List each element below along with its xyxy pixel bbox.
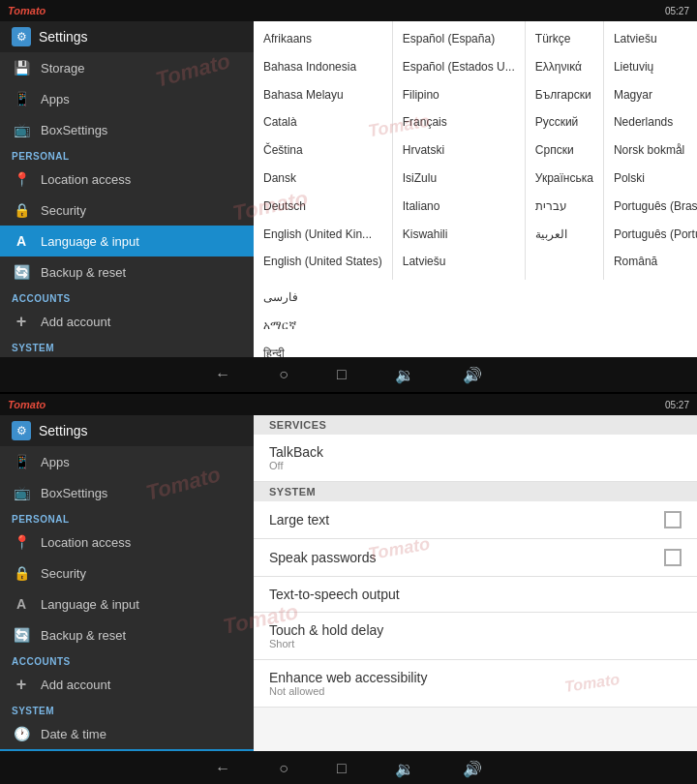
lang-col-3: Türkçe Ελληνικά Български Русский Српски… xyxy=(526,21,604,280)
lang-romana[interactable]: Română xyxy=(604,248,697,276)
acc-item-tts[interactable]: Text-to-speech output xyxy=(254,577,697,613)
touchhold-title: Touch & hold delay xyxy=(269,622,383,638)
addaccount2-label: Add account xyxy=(41,678,110,692)
lang-catala[interactable]: Català xyxy=(254,108,392,136)
backup2-label: Backup & reset xyxy=(41,628,126,643)
sidebar-item-boxsettings[interactable]: 📺 BoxSettings xyxy=(0,114,254,145)
touchhold-sub: Short xyxy=(269,638,383,649)
nav-back-bottom[interactable]: ← xyxy=(215,760,230,777)
sidebar-item-addaccount2[interactable]: + Add account xyxy=(0,669,254,700)
sidebar-item-language[interactable]: A Language & input xyxy=(0,226,254,256)
lang-cestina[interactable]: Čeština xyxy=(254,136,392,165)
acc-item-touchhold[interactable]: Touch & hold delay Short xyxy=(254,613,697,660)
sidebar-item-backup2[interactable]: 🔄 Backup & reset xyxy=(0,619,254,650)
sidebar-item-datetime2[interactable]: 🕐 Date & time xyxy=(0,718,254,749)
sidebar-item-apps2[interactable]: 📱 Apps xyxy=(0,446,254,477)
lang-english-uk[interactable]: English (United Kin... xyxy=(254,221,392,249)
boxsettings2-label: BoxSettings xyxy=(41,486,107,500)
lang-hebrew[interactable]: עברית xyxy=(526,193,603,221)
settings-icon: ⚙ xyxy=(12,27,31,46)
lang-lietuvu[interactable]: Lietuvių xyxy=(604,53,697,81)
sidebar-item-language2[interactable]: A Language & input xyxy=(0,588,254,619)
acc-item-talkback[interactable]: TalkBack Off xyxy=(254,435,697,482)
largetext-checkbox[interactable] xyxy=(664,511,682,528)
sidebar-item-security2[interactable]: 🔒 Security xyxy=(0,558,254,588)
personal-section-label-b: PERSONAL xyxy=(0,508,254,527)
sidebar-item-storage[interactable]: 💾 Storage xyxy=(0,52,254,83)
storage-icon: 💾 xyxy=(12,58,31,77)
sidebar-item-location[interactable]: 📍 Location access xyxy=(0,164,254,195)
language-panel: Afrikaans Bahasa Indonesia Bahasa Melayu… xyxy=(254,21,697,392)
location2-label: Location access xyxy=(41,535,131,550)
sidebar-item-addaccount[interactable]: + Add account xyxy=(0,306,254,337)
lang-bahasa-melayu[interactable]: Bahasa Melayu xyxy=(254,81,392,109)
nav-back-top[interactable]: ← xyxy=(215,366,230,383)
nav-recents-top[interactable]: □ xyxy=(337,366,347,383)
lang-francais[interactable]: Français xyxy=(393,108,525,136)
settings-icon-bottom: ⚙ xyxy=(12,421,31,440)
lang-portuguese-brazil[interactable]: Português (Brasi... xyxy=(604,193,697,221)
nav-home-top[interactable]: ○ xyxy=(279,366,288,383)
lang-latviesu2[interactable]: Latviešu xyxy=(393,248,525,276)
enhanceweb-title: Enhance web accessibility xyxy=(269,670,427,685)
lang-portuguese-portugal[interactable]: Português (Portu... xyxy=(604,221,697,249)
lang-greek[interactable]: Ελληνικά xyxy=(526,53,603,81)
status-time: 05:27 xyxy=(665,6,689,16)
services-section-label: SERVICES xyxy=(254,415,697,435)
lang-afrikaans[interactable]: Afrikaans xyxy=(254,25,392,53)
top-sidebar: ⚙ Settings 💾 Storage 📱 Apps 📺 BoxSetting… xyxy=(0,0,254,392)
nav-volup-bottom[interactable]: 🔊 xyxy=(463,760,482,778)
accounts-section-label: ACCOUNTS xyxy=(0,287,254,306)
backup2-icon: 🔄 xyxy=(12,625,31,645)
nav-recents-bottom[interactable]: □ xyxy=(337,760,347,777)
lang-hrvatski[interactable]: Hrvatski xyxy=(393,136,525,165)
acc-item-enhanceweb[interactable]: Enhance web accessibility Not allowed xyxy=(254,660,697,708)
lang-russian[interactable]: Русский xyxy=(526,108,603,136)
lang-arabic[interactable]: العربية xyxy=(526,221,603,249)
nav-home-bottom[interactable]: ○ xyxy=(279,760,288,777)
lang-polski[interactable]: Polski xyxy=(604,165,697,193)
lang-bahasa-indonesia[interactable]: Bahasa Indonesia xyxy=(254,53,392,81)
sidebar-item-location2[interactable]: 📍 Location access xyxy=(0,527,254,558)
lang-turkce[interactable]: Türkçe xyxy=(526,25,603,53)
lang-filipino[interactable]: Filipino xyxy=(393,81,525,109)
lang-col-2: Español (España) Español (Estados U... F… xyxy=(393,21,526,280)
nav-voldown-bottom[interactable]: 🔉 xyxy=(395,760,414,778)
bottom-content: ⚙ Settings 📱 Apps 📺 BoxSettings PERSONAL… xyxy=(0,394,697,784)
sidebar-item-backup[interactable]: 🔄 Backup & reset xyxy=(0,256,254,287)
datetime2-icon: 🕐 xyxy=(12,724,31,743)
lang-nederlands[interactable]: Nederlands xyxy=(604,108,697,136)
lang-kiswahili[interactable]: Kiswahili xyxy=(393,221,525,249)
lang-amharic[interactable]: አማርኛ xyxy=(254,312,393,340)
boxsettings-icon: 📺 xyxy=(12,120,31,139)
location2-icon: 📍 xyxy=(12,532,31,552)
nav-voldown-top[interactable]: 🔉 xyxy=(395,366,414,384)
backup-label: Backup & reset xyxy=(41,265,126,280)
lang-isizulu[interactable]: IsiZulu xyxy=(393,165,525,193)
enhanceweb-sub: Not allowed xyxy=(269,685,427,697)
speakpasswords-checkbox[interactable] xyxy=(664,549,682,566)
system-section-label-b: SYSTEM xyxy=(0,700,254,718)
boxsettings2-icon: 📺 xyxy=(12,483,31,502)
sidebar-item-apps[interactable]: 📱 Apps xyxy=(0,83,254,114)
tts-info: Text-to-speech output xyxy=(269,587,400,602)
lang-farsi[interactable]: فارسی xyxy=(254,284,393,312)
lang-espanol-us[interactable]: Español (Estados U... xyxy=(393,53,525,81)
acc-item-speakpasswords[interactable]: Speak passwords xyxy=(254,539,697,577)
lang-magyar[interactable]: Magyar xyxy=(604,81,697,109)
lang-deutsch[interactable]: Deutsch xyxy=(254,193,392,221)
acc-item-largetext[interactable]: Large text xyxy=(254,501,697,539)
sidebar-item-security[interactable]: 🔒 Security xyxy=(0,195,254,226)
lang-italiano[interactable]: Italiano xyxy=(393,193,525,221)
lang-latviesu[interactable]: Latviešu xyxy=(604,25,697,53)
lang-dansk[interactable]: Dansk xyxy=(254,165,392,193)
lang-serbian[interactable]: Српски xyxy=(526,136,603,165)
lang-espanol-esp[interactable]: Español (España) xyxy=(393,25,525,53)
lang-bulgarian[interactable]: Български xyxy=(526,81,603,109)
lang-ukrainian[interactable]: Українська xyxy=(526,165,603,193)
sidebar-item-boxsettings2[interactable]: 📺 BoxSettings xyxy=(0,477,254,508)
nav-volup-top[interactable]: 🔊 xyxy=(463,366,482,384)
lang-english-us[interactable]: English (United States) xyxy=(254,248,392,276)
lang-norsk[interactable]: Norsk bokmål xyxy=(604,136,697,165)
language-icon: A xyxy=(12,231,31,251)
